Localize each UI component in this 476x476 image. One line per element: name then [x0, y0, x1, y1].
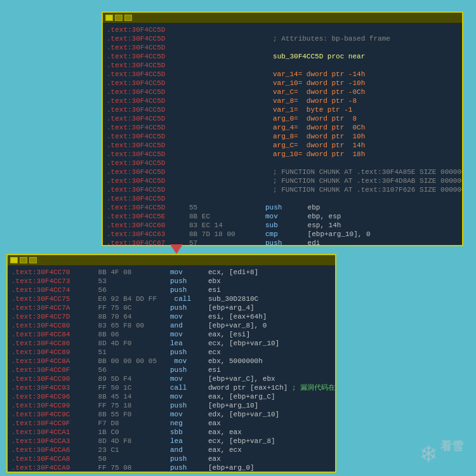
- code-line: .text:30F4CC73 53 push ebx: [11, 277, 331, 286]
- title-btn-1[interactable]: [10, 257, 18, 263]
- code-line: .text:30F4CC70 8B 4F 08 mov ecx, [edi+8]: [11, 268, 331, 277]
- code-line: .text:30F4CCA6 23 C1 and eax, ecx: [11, 446, 331, 454]
- code-line: .text:30F4CCA9 FF 75 08 push [ebp+arg_0]: [11, 463, 331, 472]
- code-line: .text:30F4CC86 8D 4D F0 lea ecx, [ebp+va…: [11, 339, 331, 348]
- top-title-bar[interactable]: [103, 13, 462, 23]
- code-line: .text:30F4CC99 FF 75 18 push [ebp+arg_10…: [11, 401, 331, 410]
- top-code-area: .text:30F4CC5D .text:30F4CC5D ; Attribut…: [103, 23, 462, 245]
- code-line: .text:30F4CCA1 1B C0 sbb eax, eax: [11, 428, 331, 437]
- code-line: .text:30F4CC5D arg_8= dword ptr 10h: [107, 132, 458, 141]
- code-line: .text:30F4CC5D ; FUNCTION CHUNK AT .text…: [107, 176, 458, 185]
- code-line: .text:30F4CC5D55 push ebp: [107, 203, 458, 212]
- code-line: .text:30F4CC7D 8B 70 64 mov esi, [eax+64…: [11, 312, 331, 321]
- title-btn-2[interactable]: [115, 15, 122, 21]
- bottom-title-bar[interactable]: [8, 255, 335, 265]
- code-line: .text:30F4CC638B 7D 18 00 cmp [ebp+arg_1…: [107, 230, 458, 239]
- code-line: .text:30F4CC89 51 push ecx: [11, 348, 331, 357]
- code-line: .text:30F4CC96 8B 45 14 mov eax, [ebp+ar…: [11, 392, 331, 401]
- code-line: .text:30F4CC5D: [107, 61, 458, 70]
- code-line: .text:30F4CC6757 push edi: [107, 239, 458, 245]
- title-btn-3[interactable]: [124, 15, 132, 21]
- title-btn-1[interactable]: [105, 15, 113, 21]
- code-line: .text:30F4CC8A BB 00 00 00 05 mov ebx, 5…: [11, 357, 331, 366]
- code-line: .text:30F4CC5D: [107, 159, 458, 168]
- code-line: .text:30F4CCA8 50 push eax: [11, 454, 331, 463]
- code-line: .text:30F4CC5D var_8= dword ptr -8: [107, 96, 458, 105]
- code-line: .text:30F4CC5D arg_0= dword ptr 8: [107, 114, 458, 123]
- code-line: .text:30F4CC84 8B 06 mov eax, [esi]: [11, 330, 331, 339]
- code-line: .text:30F4CC5D var_14= dword ptr -14h: [107, 70, 458, 79]
- code-line: .text:30F4CC75 E6 92 B4 DD FF call sub_3…: [11, 294, 331, 303]
- code-line: .text:30F4CC5D: [107, 194, 458, 203]
- bottom-code-window: .text:30F4CC70 8B 4F 08 mov ecx, [edi+8]…: [6, 254, 336, 473]
- code-line: .text:30F4CC74 56 push esi: [11, 286, 331, 294]
- code-line: .text:30F4CC5E8B EC mov ebp, esp: [107, 212, 458, 221]
- code-line: .text:30F4CC5D ; Attributes: bp-based fr…: [107, 34, 458, 43]
- code-line: .text:30F4CC80 83 65 F8 00 and [ebp+var_…: [11, 321, 331, 330]
- code-line: .text:30F4CC5D var_10= dword ptr -10h: [107, 79, 458, 88]
- code-line: .text:30F4CC7A FF 75 0C push [ebp+arg_4]: [11, 303, 331, 312]
- code-line: .text:30F4CC93 FF 50 1C call dword ptr […: [11, 383, 331, 392]
- code-line: .text:30F4CC90 89 5D F4 mov [ebp+var_C],…: [11, 374, 331, 383]
- code-line: .text:30F4CC8F 56 push esi: [11, 366, 331, 374]
- code-line: .text:30F4CC9C 8B 55 F0 mov edx, [ebp+va…: [11, 410, 331, 419]
- code-line: .text:30F4CC9F F7 D8 neg eax: [11, 419, 331, 428]
- code-line: .text:30F4CC5D sub_30F4CC5D proc near: [107, 52, 458, 61]
- code-line: .text:30F4CC5D arg_4= dword ptr 0Ch: [107, 123, 458, 132]
- down-arrow: [170, 244, 183, 254]
- watermark: ❄ 看雪: [421, 439, 463, 470]
- code-line: .text:30F4CC5D var_1= byte ptr -1: [107, 105, 458, 114]
- code-line: .text:30F4CC5D: [107, 43, 458, 52]
- code-line: .text:30F4CC5D arg_10= dword ptr 18h: [107, 150, 458, 159]
- code-line: .text:30F4CC5D ; FUNCTION CHUNK AT .text…: [107, 185, 458, 194]
- title-btn-3[interactable]: [29, 257, 37, 263]
- snowflake-icon: ❄: [421, 439, 436, 470]
- code-line: .text:30F4CCA3 8D 4D F8 lea ecx, [ebp+va…: [11, 437, 331, 446]
- top-code-window: .text:30F4CC5D .text:30F4CC5D ; Attribut…: [102, 11, 463, 246]
- code-line: .text:30F4CC5D ; FUNCTION CHUNK AT .text…: [107, 168, 458, 176]
- code-line: .text:30F4CC5D: [107, 25, 458, 34]
- watermark-text: 看雪: [440, 440, 463, 453]
- code-line: .text:30F4CC5D var_C= dword ptr -0Ch: [107, 88, 458, 96]
- bottom-code-area: .text:30F4CC70 8B 4F 08 mov ecx, [edi+8]…: [8, 265, 335, 472]
- title-btn-2[interactable]: [20, 257, 27, 263]
- code-line: .text:30F4CC5D arg_C= dword ptr 14h: [107, 141, 458, 150]
- code-line: .text:30F4CC6083 EC 14 sub esp, 14h: [107, 221, 458, 230]
